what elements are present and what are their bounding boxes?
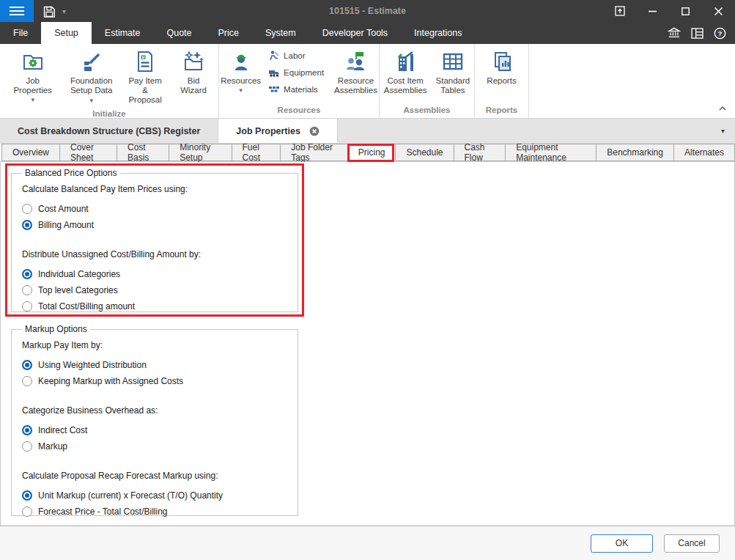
labor-button[interactable]: Labor xyxy=(267,48,328,63)
reports-button[interactable]: Reports xyxy=(480,47,524,88)
bid-wizard-button[interactable]: Bid Wizard xyxy=(173,47,214,97)
resources-small-buttons: Labor Equipment Materials xyxy=(267,47,328,97)
cancel-button[interactable]: Cancel xyxy=(664,534,720,553)
pay-item-proposal-button[interactable]: Pay Item & Proposal xyxy=(122,47,169,107)
markup-pay-item-label: Markup Pay Item by: xyxy=(22,340,289,350)
resources-icon xyxy=(229,49,254,74)
close-button[interactable] xyxy=(702,0,735,22)
menu-tab-file[interactable]: File xyxy=(0,22,41,44)
subtab-overview[interactable]: Overview xyxy=(1,144,60,161)
close-circle-icon xyxy=(309,126,320,136)
collapse-ribbon-button[interactable] xyxy=(719,100,726,114)
menu-tab-quote[interactable]: Quote xyxy=(153,22,204,44)
calc-balanced-label: Calculate Balanced Pay Item Prices using… xyxy=(22,184,289,194)
radio-button-icon xyxy=(22,269,32,279)
radio-indirect-cost[interactable]: Indirect Cost xyxy=(21,422,289,438)
radio-forecast-price[interactable]: Forecast Price - Total Cost/Billing xyxy=(21,504,289,520)
close-icon xyxy=(714,7,723,15)
menu-tab-price[interactable]: Price xyxy=(205,22,252,44)
ribbon-group-resources: Resources ▾ Labor xyxy=(219,44,380,118)
cost-item-assemblies-button[interactable]: Cost Item Assemblies xyxy=(381,47,430,97)
tab-close-button[interactable] xyxy=(309,126,320,136)
subtab-alternates[interactable]: Alternates xyxy=(673,144,735,161)
materials-icon xyxy=(268,84,280,95)
radio-button-icon xyxy=(22,204,32,214)
tab-list-dropdown-icon[interactable]: ▾ xyxy=(711,127,735,135)
foundation-setup-icon xyxy=(79,49,104,74)
radio-button-icon xyxy=(22,301,32,312)
subtab-minority-setup[interactable]: Minority Setup xyxy=(169,144,232,161)
hamburger-icon xyxy=(10,6,24,16)
radio-total-cost-billing[interactable]: Total Cost/Billing amount xyxy=(21,298,289,314)
app-menu-button[interactable] xyxy=(0,0,34,22)
tab-job-properties-label: Job Properties xyxy=(236,126,300,136)
job-properties-tab-strip: Overview Cover Sheet Cost Basis Minority… xyxy=(0,144,735,162)
radio-button-icon xyxy=(22,220,32,230)
menu-tab-estimate[interactable]: Estimate xyxy=(92,22,154,44)
subtab-schedule[interactable]: Schedule xyxy=(395,144,454,161)
minimize-button[interactable] xyxy=(636,0,669,22)
radio-individual-categories[interactable]: Individual Categories xyxy=(21,266,289,282)
bid-wizard-icon xyxy=(181,49,206,74)
tab-cbs-register[interactable]: Cost Breakdown Structure (CBS) Register xyxy=(0,119,218,143)
radio-cost-amount[interactable]: Cost Amount xyxy=(21,201,289,217)
subtab-job-folder-tags[interactable]: Job Folder Tags xyxy=(280,144,348,161)
markup-options-legend: Markup Options xyxy=(22,324,90,334)
save-icon[interactable] xyxy=(43,5,55,18)
foundation-setup-data-button[interactable]: Foundation Setup Data ▾ xyxy=(65,47,117,107)
subtab-benchmarking[interactable]: Benchmarking xyxy=(596,144,674,161)
equipment-icon xyxy=(268,67,280,78)
distribute-unassigned-label: Distribute Unassigned Cost/Billing Amoun… xyxy=(22,249,289,259)
subtab-cover-sheet[interactable]: Cover Sheet xyxy=(59,144,117,161)
standard-tables-button[interactable]: Standard Tables xyxy=(433,47,473,97)
cost-item-assemblies-icon xyxy=(393,49,418,74)
materials-button[interactable]: Materials xyxy=(267,82,328,97)
dialog-footer: OK Cancel xyxy=(0,526,735,560)
qat-dropdown-icon[interactable]: ▾ xyxy=(62,7,66,15)
ribbon-group-label-assemblies: Assemblies xyxy=(380,103,474,118)
layout-grid-icon[interactable] xyxy=(691,28,703,39)
svg-text:?: ? xyxy=(717,29,722,37)
subtab-equipment-maintenance[interactable]: Equipment Maintenance xyxy=(505,144,597,161)
markup-options-group: Markup Options Markup Pay Item by: Using… xyxy=(11,324,298,516)
titlebar-utility-icons: ? xyxy=(668,22,735,44)
labor-icon xyxy=(268,50,280,62)
ribbon-tab-bar: File Setup Estimate Quote Price System D… xyxy=(0,22,735,44)
job-properties-button[interactable]: Job Properties ▾ xyxy=(4,47,61,106)
subtab-fuel-cost[interactable]: Fuel Cost xyxy=(232,144,281,161)
ribbon: Job Properties ▾ Foundation Setup Data ▾ xyxy=(0,44,735,119)
tab-job-properties[interactable]: Job Properties xyxy=(218,119,338,143)
dropdown-caret-icon: ▾ xyxy=(31,97,34,103)
menu-tab-integrations[interactable]: Integrations xyxy=(401,22,475,44)
ribbon-group-reports: Reports Reports xyxy=(475,44,529,118)
radio-button-icon xyxy=(22,285,32,295)
document-tab-bar: Cost Breakdown Structure (CBS) Register … xyxy=(0,119,735,144)
resources-button[interactable]: Resources ▾ xyxy=(218,47,264,96)
ok-button[interactable]: OK xyxy=(591,534,653,553)
radio-weighted-distribution[interactable]: Using Weighted Distribution xyxy=(21,357,289,373)
maximize-button[interactable] xyxy=(669,0,702,22)
radio-unit-markup-forecast[interactable]: Unit Markup (current) x Forecast (T/O) Q… xyxy=(21,487,289,504)
radio-billing-amount[interactable]: Billing Amount xyxy=(21,217,289,233)
subtab-cost-basis[interactable]: Cost Basis xyxy=(117,144,169,161)
ribbon-group-initialize: Job Properties ▾ Foundation Setup Data ▾ xyxy=(0,44,219,118)
radio-markup[interactable]: Markup xyxy=(21,438,289,454)
equipment-button[interactable]: Equipment xyxy=(267,65,328,80)
ribbon-group-label-resources: Resources xyxy=(219,103,379,118)
subtab-cash-flow[interactable]: Cash Flow xyxy=(454,144,506,161)
popout-window-button[interactable] xyxy=(603,0,636,22)
job-properties-icon xyxy=(21,49,45,74)
radio-top-level-categories[interactable]: Top level Categories xyxy=(21,282,289,298)
library-icon[interactable] xyxy=(668,27,681,39)
radio-keeping-markup[interactable]: Keeping Markup with Assigned Costs xyxy=(21,373,289,389)
popout-icon xyxy=(615,6,625,16)
help-icon[interactable]: ? xyxy=(714,27,726,40)
subtab-pricing[interactable]: Pricing xyxy=(347,144,396,161)
menu-tab-developer-tools[interactable]: Developer Tools xyxy=(309,22,401,44)
menu-tab-system[interactable]: System xyxy=(252,22,309,44)
resource-assemblies-icon xyxy=(343,49,368,74)
standard-tables-icon xyxy=(440,49,465,74)
resource-assemblies-button[interactable]: Resource Assemblies xyxy=(331,47,380,97)
dropdown-caret-icon: ▾ xyxy=(89,97,93,104)
menu-tab-setup[interactable]: Setup xyxy=(41,22,92,44)
